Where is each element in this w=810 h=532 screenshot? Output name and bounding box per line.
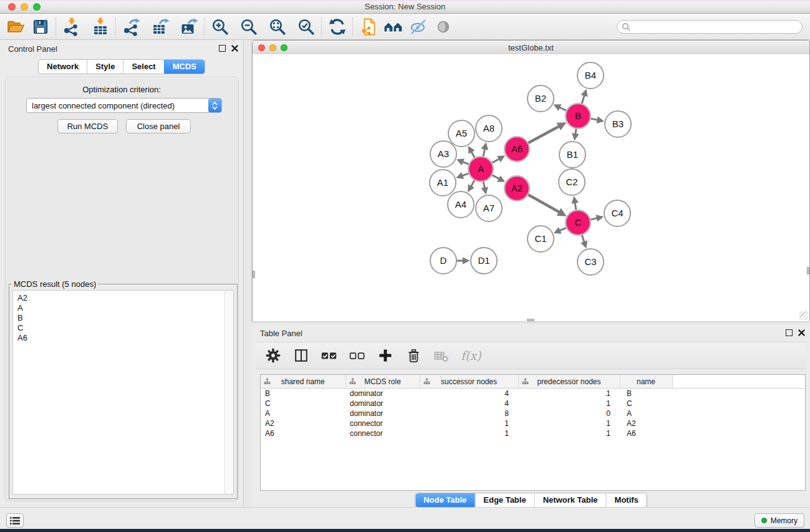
close-panel-icon[interactable] bbox=[231, 45, 238, 52]
add-column-button[interactable] bbox=[377, 347, 394, 364]
graph-node-A1[interactable]: A1 bbox=[430, 170, 456, 196]
table-cell[interactable]: 1 bbox=[518, 399, 620, 409]
table-row[interactable]: Adominator80A bbox=[261, 409, 805, 418]
table-cell[interactable]: dominator bbox=[345, 409, 420, 418]
graph-node-A4[interactable]: A4 bbox=[448, 191, 474, 218]
save-session-button[interactable] bbox=[30, 16, 51, 37]
table-cell[interactable]: 0 bbox=[518, 409, 620, 418]
graph-node-D1[interactable]: D1 bbox=[471, 248, 497, 274]
run-mcds-button[interactable]: Run MCDS bbox=[57, 119, 118, 133]
table-tab-node-table[interactable]: Node Table bbox=[415, 493, 475, 507]
tab-style[interactable]: Style bbox=[87, 60, 123, 74]
table-cell[interactable]: 1 bbox=[518, 389, 620, 399]
table-cell[interactable]: 1 bbox=[518, 418, 620, 428]
mcds-result-item[interactable]: A bbox=[13, 303, 233, 313]
task-history-button[interactable] bbox=[6, 513, 24, 528]
mcds-result-item[interactable]: C bbox=[13, 323, 233, 333]
graph-node-C3[interactable]: C3 bbox=[577, 249, 604, 275]
export-network-button[interactable] bbox=[121, 16, 142, 37]
zoom-fit-button[interactable] bbox=[267, 16, 288, 37]
table-cell[interactable]: connector bbox=[345, 428, 420, 438]
close-panel-button[interactable]: Close panel bbox=[126, 119, 191, 133]
export-table-button[interactable] bbox=[150, 16, 171, 37]
table-cell[interactable]: C bbox=[620, 399, 672, 409]
float-table-panel-icon[interactable] bbox=[786, 329, 793, 336]
graph-node-A[interactable]: A bbox=[468, 157, 493, 181]
apply-layout-button[interactable] bbox=[327, 16, 348, 37]
right-scrollbar-thumb[interactable] bbox=[807, 267, 809, 274]
table-settings-button[interactable] bbox=[264, 347, 282, 364]
zoom-out-button[interactable] bbox=[238, 16, 259, 37]
mcds-list-scrollbar[interactable] bbox=[224, 291, 233, 494]
show-graphics-details-button[interactable] bbox=[433, 16, 454, 37]
table-tab-network-table[interactable]: Network Table bbox=[534, 493, 606, 507]
graph-node-C4[interactable]: C4 bbox=[604, 200, 630, 226]
graph-node-D[interactable]: D bbox=[430, 248, 456, 274]
mcds-result-item[interactable]: A6 bbox=[13, 333, 233, 343]
network-canvas[interactable]: B4B2BB3A5A8A6A3B1AA1C2A2A4A7C4CC1DD1C3 bbox=[253, 54, 809, 321]
export-image-button[interactable] bbox=[178, 16, 200, 37]
show-columns-button[interactable] bbox=[292, 347, 310, 364]
table-cell[interactable]: A6 bbox=[620, 428, 672, 438]
table-cell[interactable]: A2 bbox=[620, 418, 672, 428]
graph-node-C1[interactable]: C1 bbox=[528, 226, 554, 252]
mcds-result-item[interactable]: A2 bbox=[13, 293, 233, 303]
graph-node-B2[interactable]: B2 bbox=[528, 85, 554, 112]
tab-select[interactable]: Select bbox=[123, 60, 163, 74]
table-cell[interactable]: A bbox=[261, 409, 345, 418]
table-row[interactable]: A2connector11A2 bbox=[261, 418, 805, 428]
tab-network[interactable]: Network bbox=[39, 60, 87, 74]
graph-node-B1[interactable]: B1 bbox=[559, 142, 586, 168]
window-resize-grip[interactable] bbox=[799, 311, 808, 320]
graph-node-A2[interactable]: A2 bbox=[504, 176, 529, 201]
table-tab-edge-table[interactable]: Edge Table bbox=[475, 493, 534, 507]
function-builder-button[interactable]: f(x) bbox=[461, 349, 481, 362]
table-cell[interactable]: 4 bbox=[420, 389, 518, 399]
clone-network-button[interactable] bbox=[358, 16, 379, 37]
column-header-mcds-role[interactable]: MCDS role bbox=[345, 375, 420, 389]
search-input[interactable] bbox=[617, 20, 803, 34]
table-cell[interactable]: 4 bbox=[420, 399, 518, 409]
import-table-button[interactable] bbox=[90, 16, 111, 37]
graph-node-A8[interactable]: A8 bbox=[476, 115, 502, 142]
table-cell[interactable]: dominator bbox=[345, 389, 420, 399]
column-header-successor-nodes[interactable]: successor nodes bbox=[420, 375, 518, 389]
deselect-all-button[interactable] bbox=[349, 347, 366, 364]
import-network-button[interactable] bbox=[61, 16, 82, 37]
table-cell[interactable]: 1 bbox=[420, 428, 518, 438]
graph-node-A3[interactable]: A3 bbox=[430, 141, 456, 167]
table-row[interactable]: Bdominator41B bbox=[261, 389, 805, 399]
graph-node-A5[interactable]: A5 bbox=[448, 120, 475, 147]
float-panel-icon[interactable] bbox=[219, 45, 226, 52]
table-cell[interactable]: B bbox=[620, 389, 672, 399]
close-table-panel-icon[interactable] bbox=[798, 329, 805, 336]
table-cell[interactable]: A2 bbox=[261, 418, 345, 428]
table-cell[interactable]: 8 bbox=[420, 409, 518, 418]
graph-node-C2[interactable]: C2 bbox=[559, 169, 585, 195]
mcds-result-item[interactable]: B bbox=[13, 313, 233, 323]
graph-node-A6[interactable]: A6 bbox=[504, 137, 529, 162]
graph-node-B3[interactable]: B3 bbox=[605, 111, 631, 137]
table-cell[interactable]: 1 bbox=[420, 418, 518, 428]
table-cell[interactable]: A6 bbox=[261, 428, 345, 438]
zoom-selected-button[interactable] bbox=[296, 16, 317, 37]
column-header-shared-name[interactable]: shared name bbox=[261, 375, 345, 389]
table-tab-motifs[interactable]: Motifs bbox=[606, 493, 647, 507]
open-session-button[interactable] bbox=[5, 16, 26, 37]
table-cell[interactable]: B bbox=[261, 389, 345, 399]
graph-node-B[interactable]: B bbox=[566, 104, 591, 128]
table-cell[interactable]: C bbox=[261, 399, 345, 409]
table-cell[interactable]: A bbox=[620, 409, 672, 418]
memory-button[interactable]: Memory bbox=[755, 513, 804, 528]
column-header-name[interactable]: name bbox=[620, 375, 672, 389]
column-header-predecessor-nodes[interactable]: predecessor nodes bbox=[518, 375, 620, 389]
mcds-result-list[interactable]: A2ABCA6 bbox=[12, 290, 234, 495]
show-welcome-screen-button[interactable] bbox=[383, 16, 404, 37]
table-cell[interactable]: 1 bbox=[518, 428, 620, 438]
left-scrollbar-thumb[interactable] bbox=[253, 271, 255, 278]
table-row[interactable]: A6connector11A6 bbox=[261, 428, 805, 438]
graph-node-A7[interactable]: A7 bbox=[476, 195, 502, 221]
criterion-dropdown[interactable]: largest connected component (directed) bbox=[26, 98, 222, 113]
bottom-scrollbar-thumb[interactable] bbox=[527, 319, 534, 321]
delete-column-button[interactable] bbox=[405, 347, 422, 364]
